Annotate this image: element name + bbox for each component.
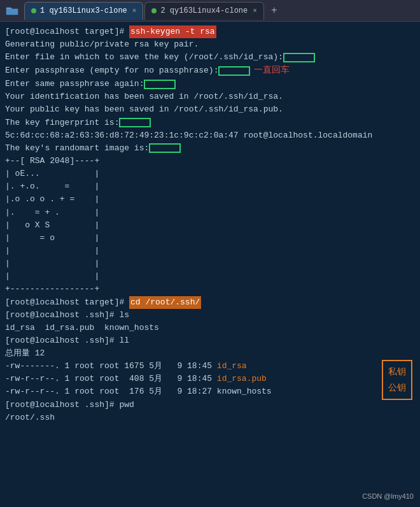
tab-close-1[interactable]: × <box>132 7 137 15</box>
tab-2[interactable]: 2 qy163Linux4-clone × <box>144 2 263 20</box>
input-box-5 <box>149 143 181 153</box>
file-lines-container: -rw-------. 1 root root 1675 5月 9 18:45 … <box>5 360 415 385</box>
terminal-line-8: The key fingerprint is: <box>5 117 415 129</box>
input-box-4 <box>119 118 151 127</box>
annotation-private-key: 私钥 <box>388 364 406 380</box>
terminal: [root@localhost target]# ssh-keygen -t r… <box>0 22 420 507</box>
terminal-line-5: Enter same passphrase again: <box>5 78 415 90</box>
key-annotation-box: 私钥 公钥 <box>382 360 412 399</box>
cmd-sshkeygen: ssh-keygen -t rsa <box>129 25 216 38</box>
terminal-line-ls-cmd: [root@localhost .ssh]# ls <box>5 309 415 322</box>
art-line-6: | o X S | <box>5 219 415 232</box>
input-box-1 <box>283 53 315 62</box>
terminal-line-total: 总用量 12 <box>5 347 415 360</box>
art-line-9: | | <box>5 257 415 270</box>
terminal-line-pwd-out: /root/.ssh <box>5 411 415 424</box>
folder-icon[interactable] <box>3 2 22 20</box>
tab-1[interactable]: 1 qy163Linux3-clone × <box>24 2 143 20</box>
terminal-line-ls-out: id_rsa id_rsa.pub known_hosts <box>5 322 415 334</box>
tab-label-1: 1 qy163Linux3-clone <box>40 6 127 15</box>
annotation-public-key: 公钥 <box>388 380 406 396</box>
file-line-id_rsa: -rw-------. 1 root root 1675 5月 9 18:45 … <box>5 360 415 373</box>
prompt-1: [root@localhost target]# <box>5 25 129 38</box>
annotation-yizhihuiche: 一直回车 <box>254 64 290 78</box>
terminal-line-7: Your public key has been saved in /root/… <box>5 103 415 116</box>
cmd-cd: cd /root/.ssh/ <box>129 296 201 309</box>
art-line-8: | | <box>5 245 415 257</box>
art-line-2: | oE... | <box>5 168 415 180</box>
terminal-line-4: Enter passphrase (empty for no passphras… <box>5 64 415 78</box>
art-line-3: |. +.o. = | <box>5 180 415 193</box>
file-line-known_hosts: -rw-r--r--. 1 root root 176 5月 9 18:27 k… <box>5 385 415 398</box>
art-line-5: |. = + . | <box>5 206 415 219</box>
new-tab-button[interactable]: + <box>265 2 283 20</box>
new-tab-icon: + <box>271 5 277 17</box>
tab-bar: 1 qy163Linux3-clone × 2 qy163Linux4-clon… <box>0 0 420 22</box>
filename-id_rsa: id_rsa <box>217 360 247 373</box>
tab-dot-1 <box>31 8 36 13</box>
prompt-cd: [root@localhost target]# <box>5 296 129 309</box>
tab-dot-2 <box>151 8 157 13</box>
terminal-line-1: [root@localhost target]# ssh-keygen -t r… <box>5 25 415 38</box>
terminal-line-cd: [root@localhost target]# cd /root/.ssh/ <box>5 296 415 309</box>
input-box-2 <box>218 66 250 76</box>
terminal-line-9: 5c:6d:cc:68:a2:63:36:d8:72:49:23:1c:9c:c… <box>5 129 415 142</box>
tab-label-2: 2 qy163Linux4-clone <box>160 6 248 15</box>
watermark: CSDN @lmy410 <box>362 491 414 502</box>
terminal-line-10: The key's randomart image is: <box>5 142 415 155</box>
input-box-3 <box>144 80 176 89</box>
tab-close-2[interactable]: × <box>253 7 257 15</box>
art-line-4: |.o .o o . + = | <box>5 193 415 206</box>
art-line-10: | | <box>5 270 415 283</box>
terminal-line-6: Your identification has been saved in /r… <box>5 90 415 103</box>
filename-id_rsa_pub: id_rsa.pub <box>217 373 267 385</box>
file-line-id_rsa_pub: -rw-r--r--. 1 root root 408 5月 9 18:45 i… <box>5 373 415 385</box>
terminal-line-ll-cmd: [root@localhost .ssh]# ll <box>5 334 415 347</box>
terminal-line-pwd-cmd: [root@localhost .ssh]# pwd <box>5 399 415 411</box>
art-line-7: | = o | <box>5 232 415 245</box>
art-line-11: +-----------------+ <box>5 283 415 296</box>
art-line-1: +--[ RSA 2048]----+ <box>5 155 415 168</box>
terminal-line-2: Generating public/private rsa key pair. <box>5 38 415 51</box>
terminal-line-3: Enter file in which to save the key (/ro… <box>5 51 415 64</box>
